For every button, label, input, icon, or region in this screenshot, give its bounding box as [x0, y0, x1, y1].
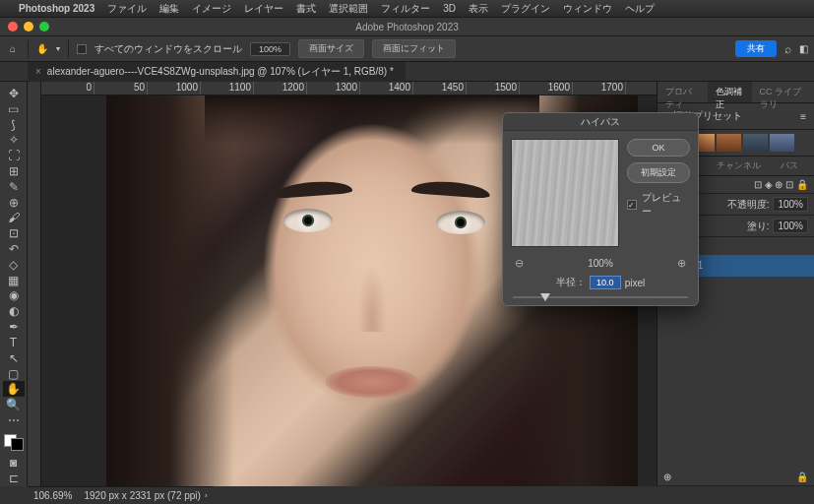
lock-icons[interactable]: ⊡ ◈ ⊕ ⊡ 🔒: [754, 179, 808, 190]
stamp-tool[interactable]: ⊡: [3, 225, 25, 241]
preview-label: プレビュー: [642, 191, 690, 219]
menu-type[interactable]: 書式: [296, 2, 316, 16]
heal-tool[interactable]: ⊕: [3, 195, 25, 211]
eraser-tool[interactable]: ◇: [3, 257, 25, 273]
status-zoom[interactable]: 106.69%: [33, 490, 72, 501]
ruler-horizontal: 050100011001200130014001450150016001700: [41, 82, 657, 95]
panel-tabs-top: プロパティ 色調補正 CC ライブラリ: [657, 82, 814, 103]
window-titlebar: Adobe Photoshop 2023: [0, 18, 814, 36]
separator: [68, 40, 69, 58]
zoom-in-icon[interactable]: ⊕: [677, 257, 686, 270]
type-tool[interactable]: T: [3, 335, 25, 350]
crop-tool[interactable]: ⛶: [3, 148, 25, 163]
close-tab-icon[interactable]: ×: [35, 66, 41, 77]
status-bar: 106.69% 1920 px x 2331 px (72 ppi) ›: [28, 486, 214, 504]
edit-toolbar[interactable]: ⋯: [3, 412, 25, 428]
tab-cc-libraries[interactable]: CC ライブラリ: [752, 82, 814, 102]
lasso-tool[interactable]: ⟆: [3, 117, 25, 133]
menu-plugins[interactable]: プラグイン: [501, 2, 550, 16]
menu-3d[interactable]: 3D: [443, 3, 456, 14]
pen-tool[interactable]: ✒: [3, 319, 25, 335]
layer-lock-icon[interactable]: 🔒: [796, 472, 808, 482]
dialog-title: ハイパス: [503, 113, 698, 131]
menu-help[interactable]: ヘルプ: [625, 2, 655, 16]
scroll-all-checkbox[interactable]: [77, 44, 87, 54]
hand-tool-icon[interactable]: ✋: [36, 43, 48, 54]
brush-tool[interactable]: 🖌: [3, 211, 25, 226]
preset-thumb[interactable]: [717, 134, 741, 152]
preset-thumb[interactable]: [743, 134, 768, 152]
options-bar: ⌂ ✋ ▾ すべてのウィンドウをスクロール 100% 画面サイズ 画面にフィット…: [0, 36, 814, 62]
maximize-button[interactable]: [39, 22, 49, 32]
zoom-out-icon[interactable]: ⊖: [515, 257, 524, 270]
list-icon[interactable]: ≡: [800, 111, 806, 122]
menu-window[interactable]: ウィンドウ: [563, 2, 612, 16]
gradient-tool[interactable]: ▦: [3, 273, 25, 288]
opacity-value[interactable]: 100%: [773, 197, 808, 212]
status-dims: 1920 px x 2331 px (72 ppi): [84, 490, 200, 501]
radius-slider[interactable]: [503, 293, 698, 305]
screenmode-tool[interactable]: ⊏: [3, 471, 25, 486]
marquee-tool[interactable]: ▭: [3, 101, 25, 117]
minimize-button[interactable]: [24, 22, 33, 32]
highpass-dialog: ハイパス OK 初期設定 ✓ プレビュー ⊖ 100% ⊕ 半径： pixel: [502, 112, 699, 306]
hand-tool[interactable]: ✋: [3, 381, 25, 397]
opacity-label: 不透明度:: [727, 198, 770, 212]
tab-properties[interactable]: プロパティ: [657, 82, 708, 102]
dropdown-icon[interactable]: ▾: [56, 44, 60, 53]
layer-link-icon[interactable]: ⊕: [663, 472, 671, 482]
fill-label: 塗り:: [747, 220, 770, 233]
scroll-all-label: すべてのウィンドウをスクロール: [94, 42, 242, 56]
frame-tool[interactable]: ⊞: [3, 163, 25, 179]
tools-panel: ✥ ▭ ⟆ ✧ ⛶ ⊞ ✎ ⊕ 🖌 ⊡ ↶ ◇ ▦ ◉ ◐ ✒ T ↖ ▢ ✋ …: [0, 82, 28, 486]
tab-paths[interactable]: パス: [771, 157, 808, 175]
menu-layer[interactable]: レイヤー: [244, 2, 283, 16]
zoom-field[interactable]: 100%: [250, 42, 290, 56]
menu-view[interactable]: 表示: [469, 2, 488, 16]
radius-label: 半径：: [556, 276, 586, 289]
radius-unit: pixel: [625, 278, 646, 288]
workspace-icon[interactable]: ◧: [799, 43, 808, 54]
slider-thumb[interactable]: [540, 293, 550, 301]
wand-tool[interactable]: ✧: [3, 132, 25, 148]
zoom-value: 100%: [588, 258, 613, 269]
document-tabs: × alexander-aguero----VCE4S8ZWg-unsplash…: [0, 62, 814, 82]
fit-screen-button[interactable]: 画面サイズ: [298, 39, 364, 58]
tab-adjustments[interactable]: 色調補正: [708, 82, 751, 102]
filter-preview[interactable]: [511, 139, 619, 247]
fill-value[interactable]: 100%: [773, 219, 808, 233]
reset-button[interactable]: 初期設定: [627, 162, 690, 183]
ruler-vertical: [28, 82, 41, 486]
fit-window-button[interactable]: 画面にフィット: [372, 39, 456, 58]
shape-tool[interactable]: ▢: [3, 366, 25, 382]
menu-image[interactable]: イメージ: [192, 2, 231, 16]
share-button[interactable]: 共有: [735, 40, 777, 57]
tab-channels[interactable]: チャンネル: [707, 157, 771, 175]
close-button[interactable]: [8, 22, 18, 32]
radius-input[interactable]: [590, 276, 621, 289]
preset-thumb[interactable]: [770, 134, 794, 152]
search-icon[interactable]: ⌕: [784, 42, 791, 56]
ok-button[interactable]: OK: [627, 139, 690, 157]
path-tool[interactable]: ↖: [3, 350, 25, 366]
zoom-tool[interactable]: 🔍: [3, 397, 25, 412]
layer-bottom-icons: ⊕ 🔒: [657, 469, 814, 486]
separator: [28, 40, 29, 58]
traffic-lights: [0, 22, 49, 32]
dodge-tool[interactable]: ◐: [3, 303, 25, 319]
menu-select[interactable]: 選択範囲: [329, 2, 368, 16]
document-tab[interactable]: × alexander-aguero----VCE4S8ZWg-unsplash…: [28, 62, 406, 82]
app-menu[interactable]: Photoshop 2023: [19, 3, 94, 14]
move-tool[interactable]: ✥: [3, 86, 25, 101]
status-menu-icon[interactable]: ›: [205, 491, 208, 500]
preview-checkbox[interactable]: ✓: [627, 200, 637, 210]
quickmask-tool[interactable]: ◙: [3, 455, 25, 471]
history-brush-tool[interactable]: ↶: [3, 241, 25, 257]
menu-filter[interactable]: フィルター: [381, 2, 430, 16]
eyedropper-tool[interactable]: ✎: [3, 179, 25, 195]
color-swatch[interactable]: [4, 434, 24, 452]
blur-tool[interactable]: ◉: [3, 288, 25, 304]
home-icon[interactable]: ⌂: [6, 42, 20, 56]
menu-edit[interactable]: 編集: [159, 2, 179, 16]
menu-file[interactable]: ファイル: [107, 2, 147, 16]
